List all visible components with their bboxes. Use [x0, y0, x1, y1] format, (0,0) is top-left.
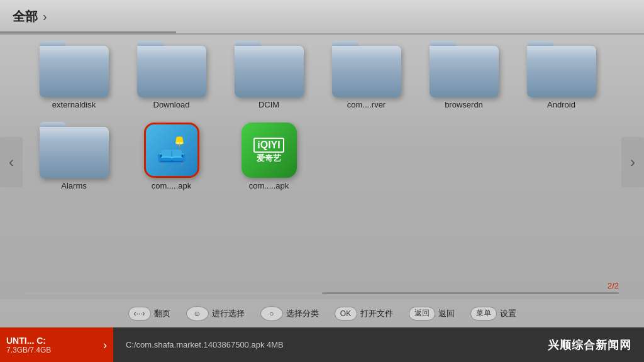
file-label-alarms: Alarms — [61, 181, 86, 190]
file-item-download[interactable]: Download — [123, 38, 220, 112]
select-btn[interactable]: ☺ — [186, 306, 209, 321]
folder-icon-browserdn — [430, 41, 499, 97]
control-select: ☺ 进行选择 — [186, 306, 245, 321]
left-arrow-icon: ‹ — [9, 153, 14, 171]
menu-btn[interactable]: 菜单 — [470, 307, 497, 321]
status-path: C:/com.shafa.market.1403867500.apk 4MB — [113, 340, 535, 349]
app-icon-container-iqiyi: iQIYI 爱奇艺 — [238, 122, 301, 178]
back-label: 返回 — [438, 308, 455, 319]
category-label: 选择分类 — [286, 308, 319, 319]
select-label: 进行选择 — [212, 308, 245, 319]
folder-icon-android — [527, 41, 596, 97]
page-label: 翻页 — [154, 308, 170, 319]
grid-row-2: Alarms 🛋️ com.....apk iQIYI 爱奇艺 com.....… — [25, 119, 619, 194]
app-icon-container-sofa: 🛋️ — [140, 122, 203, 178]
controls-bar: ‹···› 翻页 ☺ 进行选择 ○ 选择分类 OK 打开文件 返回 返回 菜单 … — [0, 299, 644, 327]
open-btn[interactable]: OK — [335, 307, 357, 321]
control-back: 返回 返回 — [409, 307, 455, 321]
status-bar: UNTI... C: 7.3GB/7.4GB › C:/com.shafa.ma… — [0, 327, 644, 362]
menu-label: 设置 — [500, 308, 516, 319]
back-btn[interactable]: 返回 — [409, 307, 435, 321]
file-label-externaldisk: externaldisk — [52, 100, 96, 109]
file-item-sofa-apk[interactable]: 🛋️ com.....apk — [123, 119, 220, 194]
file-item-iqiyi-apk[interactable]: iQIYI 爱奇艺 com.....apk — [220, 119, 318, 194]
pagination-track: 2/2 — [25, 292, 619, 294]
file-item-comrver[interactable]: com....rver — [318, 38, 415, 112]
iqiyi-app-icon: iQIYI 爱奇艺 — [242, 123, 297, 178]
file-grid: externaldisk Download DCIM com....rver — [25, 38, 619, 293]
file-item-android[interactable]: Android — [513, 38, 610, 112]
status-arrow-icon: › — [103, 338, 107, 351]
open-label: 打开文件 — [360, 308, 393, 319]
pagination-thumb — [322, 292, 619, 294]
breadcrumb-bar: 全部 › — [0, 0, 644, 35]
status-brand: 兴顺综合新闻网 — [535, 337, 644, 353]
file-label-android: Android — [547, 100, 575, 109]
page-btn[interactable]: ‹···› — [128, 307, 151, 321]
file-label-dcim: DCIM — [258, 100, 279, 109]
control-menu: 菜单 设置 — [470, 307, 516, 321]
status-subtitle: 7.3GB/7.4GB — [6, 346, 51, 354]
nav-arrow-left[interactable]: ‹ — [0, 137, 23, 187]
folder-icon-dcim — [235, 41, 304, 97]
iqiyi-logo-text: iQIYI — [253, 138, 284, 153]
sofa-app-icon: 🛋️ — [144, 123, 199, 178]
breadcrumb-label[interactable]: 全部 — [13, 8, 38, 25]
control-page: ‹···› 翻页 — [128, 307, 170, 321]
right-arrow-icon: › — [630, 153, 635, 171]
folder-icon-download — [137, 41, 206, 97]
nav-arrow-right[interactable]: › — [621, 137, 644, 187]
file-label-download: Download — [153, 100, 190, 109]
breadcrumb-arrow: › — [43, 9, 47, 24]
breadcrumb-underline — [0, 31, 176, 33]
grid-row-1: externaldisk Download DCIM com....rver — [25, 38, 619, 112]
file-item-alarms[interactable]: Alarms — [25, 119, 123, 194]
iqiyi-brand-text: 爱奇艺 — [257, 154, 281, 163]
category-btn[interactable]: ○ — [260, 306, 283, 321]
status-title: UNTI... C: — [6, 336, 46, 346]
folder-icon-externaldisk — [40, 41, 109, 97]
file-item-dcim[interactable]: DCIM — [220, 38, 318, 112]
file-label-comrver: com....rver — [347, 100, 386, 109]
folder-icon-alarms — [40, 122, 109, 178]
file-item-externaldisk[interactable]: externaldisk — [25, 38, 123, 112]
control-category: ○ 选择分类 — [260, 306, 319, 321]
folder-icon-comrver — [332, 41, 401, 97]
status-left[interactable]: UNTI... C: 7.3GB/7.4GB › — [0, 327, 113, 362]
pagination-label: 2/2 — [608, 281, 619, 290]
control-open: OK 打开文件 — [335, 307, 393, 321]
file-item-browserdn[interactable]: browserdn — [415, 38, 513, 112]
pagination-bar: 2/2 — [25, 287, 619, 299]
file-label-iqiyi-apk: com.....apk — [249, 181, 289, 190]
file-label-sofa-apk: com.....apk — [152, 181, 192, 190]
file-label-browserdn: browserdn — [445, 100, 483, 109]
